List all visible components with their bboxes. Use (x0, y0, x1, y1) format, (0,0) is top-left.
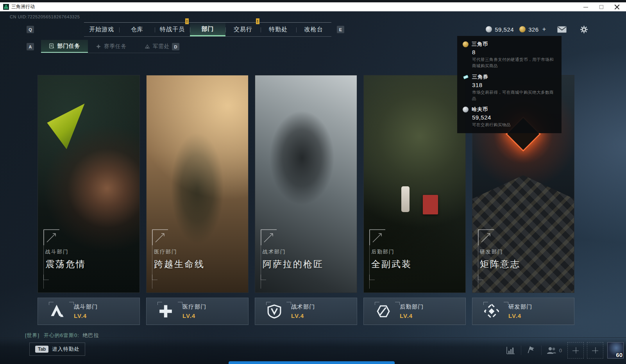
mission-card-combat[interactable]: 战斗部门 震荡危情 (38, 75, 140, 293)
dept-card-medical[interactable]: 医疗部门 LV.4 (146, 298, 249, 325)
corner-bracket-icon (478, 229, 494, 246)
social-dock: 0 60 (501, 342, 626, 359)
add-currency-button[interactable]: + (542, 26, 546, 33)
card-title: 跨越生命线 (154, 258, 205, 270)
department-level-row: 战斗部门 LV.4 医疗部门 LV.4 (38, 298, 574, 325)
nav-tab-departments[interactable]: ! 部门 (190, 23, 225, 36)
mission-card-tactical[interactable]: 战术部门 阿萨拉的枪匠 (255, 75, 357, 293)
dept-card-research[interactable]: 研发部门 LV.4 (472, 298, 574, 325)
maximize-button[interactable] (599, 4, 604, 10)
tooltip-item-hafu-coin: 哈夫币 59,524 可在交易行购买物品 (463, 106, 556, 128)
tooltip-item-triangle-coin: 三角币 8 可代替三角券支付的硬通货币，用于市场和商城购买商品 (463, 41, 556, 69)
gold-coin-icon (463, 41, 469, 47)
close-button[interactable] (614, 4, 620, 10)
dept-card-combat[interactable]: 战斗部门 LV.4 (38, 298, 140, 325)
hafu-currency[interactable]: 59,524 (486, 26, 514, 33)
card-label: 后勤部门 全副武装 (369, 229, 412, 270)
dept-card-tactical[interactable]: 战术部门 LV.4 (255, 298, 357, 325)
settings-gear-icon[interactable] (579, 25, 589, 33)
tab-key-hint: Tab (35, 346, 48, 353)
corner-bracket-icon (43, 229, 60, 246)
nav-tab-market[interactable]: 交易行 (225, 23, 261, 36)
silver-coin-icon (463, 107, 469, 112)
enter-special-ops-button[interactable]: Tab 进入特勤处 (29, 343, 85, 356)
supply-icon (145, 44, 150, 49)
visor-shape (47, 103, 84, 149)
dept-level: LV.4 (74, 312, 98, 319)
main-nav: 开始游戏 仓库 特战干员 ! 部门 交易行 ! 特勤处 改枪台 (84, 22, 331, 37)
corner-bracket-icon (369, 229, 386, 246)
ticket-currency[interactable]: 326 + (519, 26, 546, 33)
card-dept: 医疗部门 (154, 248, 205, 255)
app-logo-icon (3, 4, 9, 10)
card-title: 阿萨拉的枪匠 (263, 258, 324, 270)
cup-shape (401, 186, 410, 212)
alert-badge: ! (256, 18, 259, 24)
subtab-season-missions[interactable]: 赛季任务 (88, 40, 134, 53)
friends-icon[interactable] (541, 343, 562, 358)
card-title: 矩阵意志 (480, 258, 520, 270)
corner-bracket-icon (261, 229, 277, 246)
nav-tab-warehouse[interactable]: 仓库 (119, 23, 154, 36)
key-hint-q: Q (27, 26, 34, 33)
sub-nav: 部门任务 赛季任务 军需处 (41, 40, 180, 53)
dept-name: 医疗部门 (182, 303, 207, 310)
key-hint-d: D (172, 43, 179, 50)
card-dept: 战术部门 (263, 248, 324, 255)
gold-coin-icon (519, 26, 526, 32)
corner-bracket-icon (152, 229, 168, 246)
alert-badge: ! (185, 18, 189, 24)
card-label: 战斗部门 震荡危情 (43, 229, 86, 270)
dept-level: LV.4 (508, 312, 533, 319)
game-viewport: CN UID:72252056518267643325 Q E 开始游戏 仓库 … (0, 11, 626, 364)
bottom-blue-bar (229, 361, 395, 364)
dept-name: 战术部门 (291, 303, 315, 310)
stats-chart-icon[interactable] (501, 343, 521, 358)
bottom-bar: Tab 进入特勤处 0 60 (0, 337, 626, 364)
key-hint-a: A (27, 43, 34, 50)
player-uid: CN UID:72252056518267643325 (10, 14, 80, 19)
dept-card-logistics[interactable]: 后勤部门 LV.4 (363, 298, 466, 325)
card-dept: 战斗部门 (45, 248, 86, 255)
nav-tab-operators[interactable]: 特战干员 (155, 23, 190, 36)
player-avatar[interactable]: 60 (607, 342, 624, 359)
window-titlebar: 三角洲行动 (0, 2, 626, 11)
ticket-icon (463, 74, 469, 80)
card-label: 战术部门 阿萨拉的枪匠 (261, 229, 324, 270)
key-hint-e: E (337, 26, 344, 33)
avatar-level-badge: 60 (616, 352, 622, 358)
dept-level: LV.4 (182, 312, 207, 319)
minimize-button[interactable] (583, 4, 588, 10)
red-pouch-shape (423, 195, 438, 214)
card-title: 全副武装 (371, 258, 412, 270)
dept-name: 研发部门 (508, 303, 533, 310)
nav-tab-start-game[interactable]: 开始游戏 (84, 23, 119, 36)
dept-name: 后勤部门 (400, 303, 424, 310)
nav-tab-special-ops[interactable]: ! 特勤处 (261, 23, 296, 36)
tooltip-item-triangle-ticket: 三角券 318 市场交易获得，可在商城中购买绝大多数商品 (463, 73, 556, 102)
card-dept: 研发部门 (480, 248, 520, 255)
card-dept: 后勤部门 (371, 248, 412, 255)
empty-party-slot[interactable] (587, 342, 603, 359)
window-title: 三角洲行动 (11, 4, 35, 10)
mail-icon[interactable] (557, 25, 567, 33)
dept-level: LV.4 (400, 312, 424, 319)
wallet: 59,524 326 + (486, 25, 589, 34)
report-flag-icon[interactable] (521, 343, 541, 358)
dept-name: 战斗部门 (74, 303, 98, 310)
mission-card-medical[interactable]: 医疗部门 跨越生命线 (146, 75, 249, 293)
card-title: 震荡危情 (45, 258, 86, 270)
screen: 三角洲行动 CN UID:72252056518267643325 Q E 开始… (0, 0, 626, 364)
season-icon (96, 44, 101, 49)
dept-level: LV.4 (291, 312, 315, 319)
subtab-department-missions[interactable]: 部门任务 (41, 40, 88, 53)
nav-tab-gunsmith[interactable]: 改枪台 (296, 23, 331, 36)
clipboard-icon (49, 43, 55, 49)
card-label: 医疗部门 跨越生命线 (152, 229, 205, 270)
card-label: 研发部门 矩阵意志 (478, 229, 520, 270)
empty-party-slot[interactable] (567, 342, 584, 359)
currency-tooltip: 三角币 8 可代替三角券支付的硬通货币，用于市场和商城购买商品 三角券 318 … (457, 36, 562, 133)
silver-coin-icon (486, 26, 492, 32)
mission-card-logistics[interactable]: 后勤部门 全副武装 (363, 75, 466, 293)
